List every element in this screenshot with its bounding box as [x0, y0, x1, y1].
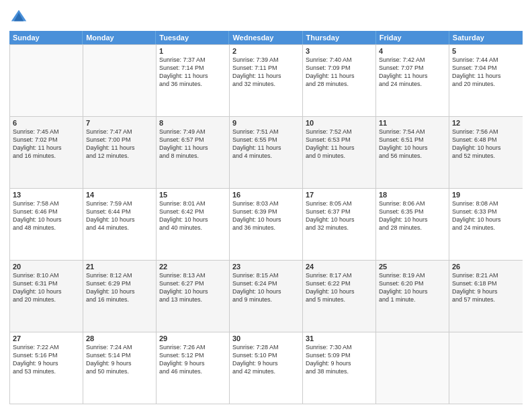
- day-number: 21: [86, 263, 153, 271]
- day-cell-2: 2Sunrise: 7:39 AM Sunset: 7:11 PM Daylig…: [230, 45, 303, 116]
- day-number: 17: [306, 191, 373, 199]
- weekday-header-friday: Friday: [376, 31, 449, 44]
- day-cell-16: 16Sunrise: 8:03 AM Sunset: 6:39 PM Dayli…: [230, 189, 303, 260]
- day-cell-13: 13Sunrise: 7:58 AM Sunset: 6:46 PM Dayli…: [10, 189, 83, 260]
- calendar-body: 1Sunrise: 7:37 AM Sunset: 7:14 PM Daylig…: [9, 44, 523, 404]
- calendar-row-0: 1Sunrise: 7:37 AM Sunset: 7:14 PM Daylig…: [10, 44, 523, 116]
- day-info: Sunrise: 7:37 AM Sunset: 7:14 PM Dayligh…: [159, 56, 226, 89]
- day-cell-4: 4Sunrise: 7:42 AM Sunset: 7:07 PM Daylig…: [376, 45, 449, 116]
- day-number: 24: [306, 263, 373, 271]
- day-cell-6: 6Sunrise: 7:45 AM Sunset: 7:02 PM Daylig…: [10, 117, 83, 188]
- day-info: Sunrise: 7:56 AM Sunset: 6:48 PM Dayligh…: [452, 128, 520, 161]
- calendar-row-2: 13Sunrise: 7:58 AM Sunset: 6:46 PM Dayli…: [10, 188, 523, 260]
- calendar: SundayMondayTuesdayWednesdayThursdayFrid…: [9, 31, 523, 404]
- day-info: Sunrise: 7:47 AM Sunset: 7:00 PM Dayligh…: [86, 128, 153, 161]
- header: [9, 8, 523, 27]
- day-cell-17: 17Sunrise: 8:05 AM Sunset: 6:37 PM Dayli…: [303, 189, 376, 260]
- day-number: 25: [379, 263, 446, 271]
- day-cell-14: 14Sunrise: 7:59 AM Sunset: 6:44 PM Dayli…: [83, 189, 157, 260]
- day-info: Sunrise: 7:22 AM Sunset: 5:16 PM Dayligh…: [13, 343, 80, 376]
- day-cell-29: 29Sunrise: 7:26 AM Sunset: 5:12 PM Dayli…: [157, 332, 230, 404]
- day-number: 12: [452, 119, 520, 127]
- day-number: 10: [306, 119, 373, 127]
- empty-cell: [83, 45, 157, 116]
- empty-cell: [10, 45, 83, 116]
- day-info: Sunrise: 8:10 AM Sunset: 6:31 PM Dayligh…: [13, 271, 80, 304]
- day-info: Sunrise: 7:52 AM Sunset: 6:53 PM Dayligh…: [306, 128, 373, 161]
- day-info: Sunrise: 7:30 AM Sunset: 5:09 PM Dayligh…: [306, 343, 373, 376]
- day-info: Sunrise: 8:19 AM Sunset: 6:20 PM Dayligh…: [379, 271, 446, 304]
- day-number: 26: [452, 263, 520, 271]
- weekday-header-monday: Monday: [83, 31, 156, 44]
- day-cell-15: 15Sunrise: 8:01 AM Sunset: 6:42 PM Dayli…: [157, 189, 230, 260]
- calendar-header: SundayMondayTuesdayWednesdayThursdayFrid…: [9, 31, 523, 44]
- day-number: 13: [13, 191, 80, 199]
- day-info: Sunrise: 8:13 AM Sunset: 6:27 PM Dayligh…: [159, 271, 226, 304]
- day-cell-3: 3Sunrise: 7:40 AM Sunset: 7:09 PM Daylig…: [303, 45, 376, 116]
- day-cell-12: 12Sunrise: 7:56 AM Sunset: 6:48 PM Dayli…: [449, 117, 523, 188]
- day-info: Sunrise: 7:42 AM Sunset: 7:07 PM Dayligh…: [379, 56, 446, 89]
- day-number: 7: [86, 119, 153, 127]
- day-number: 29: [159, 334, 226, 342]
- day-info: Sunrise: 8:03 AM Sunset: 6:39 PM Dayligh…: [232, 199, 300, 232]
- day-number: 6: [13, 119, 80, 127]
- day-info: Sunrise: 7:24 AM Sunset: 5:14 PM Dayligh…: [86, 343, 153, 376]
- day-cell-26: 26Sunrise: 8:21 AM Sunset: 6:18 PM Dayli…: [449, 261, 523, 332]
- day-info: Sunrise: 7:26 AM Sunset: 5:12 PM Dayligh…: [159, 343, 226, 376]
- day-cell-31: 31Sunrise: 7:30 AM Sunset: 5:09 PM Dayli…: [303, 332, 376, 404]
- weekday-header-thursday: Thursday: [303, 31, 376, 44]
- day-info: Sunrise: 8:21 AM Sunset: 6:18 PM Dayligh…: [452, 271, 520, 304]
- day-number: 8: [159, 119, 226, 127]
- calendar-row-3: 20Sunrise: 8:10 AM Sunset: 6:31 PM Dayli…: [10, 260, 523, 332]
- day-info: Sunrise: 7:45 AM Sunset: 7:02 PM Dayligh…: [13, 128, 80, 161]
- day-number: 28: [86, 334, 153, 342]
- day-number: 16: [232, 191, 300, 199]
- day-number: 5: [452, 47, 520, 55]
- day-number: 14: [86, 191, 153, 199]
- day-number: 4: [379, 47, 446, 55]
- day-cell-19: 19Sunrise: 8:08 AM Sunset: 6:33 PM Dayli…: [449, 189, 523, 260]
- calendar-row-4: 27Sunrise: 7:22 AM Sunset: 5:16 PM Dayli…: [10, 332, 523, 404]
- day-cell-22: 22Sunrise: 8:13 AM Sunset: 6:27 PM Dayli…: [157, 261, 230, 332]
- logo: [9, 8, 31, 27]
- day-info: Sunrise: 8:05 AM Sunset: 6:37 PM Dayligh…: [306, 199, 373, 232]
- day-cell-30: 30Sunrise: 7:28 AM Sunset: 5:10 PM Dayli…: [230, 332, 303, 404]
- day-cell-10: 10Sunrise: 7:52 AM Sunset: 6:53 PM Dayli…: [303, 117, 376, 188]
- day-number: 30: [232, 334, 300, 342]
- day-number: 31: [306, 334, 373, 342]
- day-number: 19: [452, 191, 520, 199]
- page: SundayMondayTuesdayWednesdayThursdayFrid…: [0, 0, 532, 411]
- day-cell-11: 11Sunrise: 7:54 AM Sunset: 6:51 PM Dayli…: [376, 117, 449, 188]
- day-cell-8: 8Sunrise: 7:49 AM Sunset: 6:57 PM Daylig…: [157, 117, 230, 188]
- empty-cell: [376, 332, 449, 404]
- day-cell-18: 18Sunrise: 8:06 AM Sunset: 6:35 PM Dayli…: [376, 189, 449, 260]
- day-info: Sunrise: 8:08 AM Sunset: 6:33 PM Dayligh…: [452, 199, 520, 232]
- day-number: 23: [232, 263, 300, 271]
- day-cell-20: 20Sunrise: 8:10 AM Sunset: 6:31 PM Dayli…: [10, 261, 83, 332]
- day-info: Sunrise: 7:40 AM Sunset: 7:09 PM Dayligh…: [306, 56, 373, 89]
- day-number: 11: [379, 119, 446, 127]
- day-info: Sunrise: 7:39 AM Sunset: 7:11 PM Dayligh…: [232, 56, 300, 89]
- day-info: Sunrise: 8:17 AM Sunset: 6:22 PM Dayligh…: [306, 271, 373, 304]
- day-cell-1: 1Sunrise: 7:37 AM Sunset: 7:14 PM Daylig…: [157, 45, 230, 116]
- weekday-header-sunday: Sunday: [9, 31, 83, 44]
- day-cell-24: 24Sunrise: 8:17 AM Sunset: 6:22 PM Dayli…: [303, 261, 376, 332]
- day-info: Sunrise: 7:49 AM Sunset: 6:57 PM Dayligh…: [159, 128, 226, 161]
- day-number: 20: [13, 263, 80, 271]
- day-number: 3: [306, 47, 373, 55]
- day-info: Sunrise: 8:12 AM Sunset: 6:29 PM Dayligh…: [86, 271, 153, 304]
- day-info: Sunrise: 7:59 AM Sunset: 6:44 PM Dayligh…: [86, 199, 153, 232]
- day-info: Sunrise: 7:51 AM Sunset: 6:55 PM Dayligh…: [232, 128, 300, 161]
- day-number: 1: [159, 47, 226, 55]
- day-number: 2: [232, 47, 300, 55]
- day-info: Sunrise: 7:44 AM Sunset: 7:04 PM Dayligh…: [452, 56, 520, 89]
- day-number: 18: [379, 191, 446, 199]
- weekday-header-saturday: Saturday: [449, 31, 523, 44]
- day-number: 27: [13, 334, 80, 342]
- weekday-header-tuesday: Tuesday: [156, 31, 229, 44]
- day-number: 22: [159, 263, 226, 271]
- day-cell-21: 21Sunrise: 8:12 AM Sunset: 6:29 PM Dayli…: [83, 261, 157, 332]
- empty-cell: [449, 332, 523, 404]
- day-info: Sunrise: 7:54 AM Sunset: 6:51 PM Dayligh…: [379, 128, 446, 161]
- day-cell-9: 9Sunrise: 7:51 AM Sunset: 6:55 PM Daylig…: [230, 117, 303, 188]
